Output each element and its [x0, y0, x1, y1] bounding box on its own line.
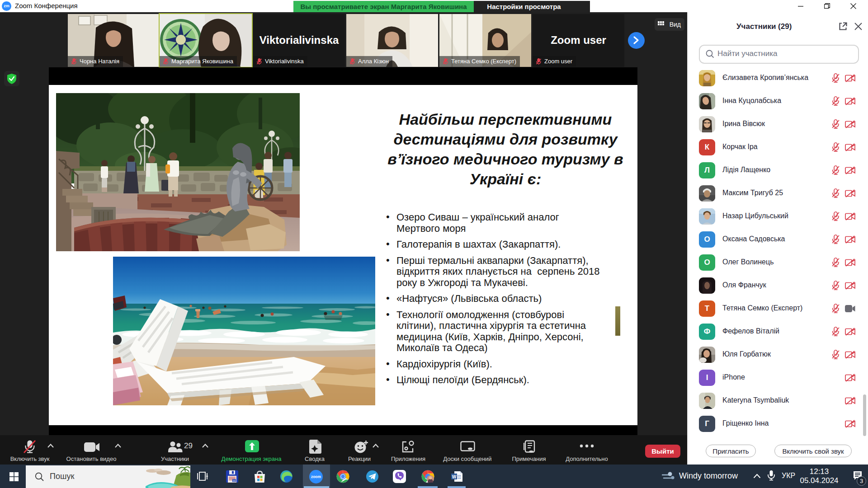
svg-text:64: 64 — [233, 479, 236, 482]
svg-text:W: W — [452, 474, 457, 479]
